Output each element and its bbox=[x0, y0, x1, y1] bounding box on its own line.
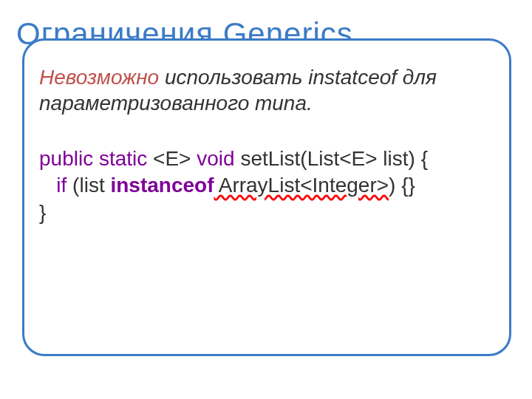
description-emph: Невозможно bbox=[39, 66, 159, 89]
kw-void: void bbox=[197, 147, 234, 170]
content-box: Невозможно использовать instatceof для п… bbox=[22, 38, 511, 356]
kw-if: if bbox=[56, 174, 66, 197]
kw-public-static: public static bbox=[39, 147, 147, 170]
if-open: (list bbox=[66, 174, 110, 197]
description: Невозможно использовать instatceof для п… bbox=[39, 64, 494, 116]
if-close: ) {} bbox=[389, 174, 415, 197]
kw-instanceof: instanceof bbox=[110, 174, 214, 197]
close-brace: } bbox=[39, 201, 46, 224]
code-block: public static <E> void setList(List<E> l… bbox=[39, 146, 494, 226]
error-span: ArrayList<Integer> bbox=[214, 174, 389, 197]
generic-param: <E> bbox=[147, 147, 197, 170]
sig-rest: setList(List<E> list) { bbox=[235, 147, 428, 170]
slide: Ограничения Generics Невозможно использо… bbox=[0, 0, 532, 399]
